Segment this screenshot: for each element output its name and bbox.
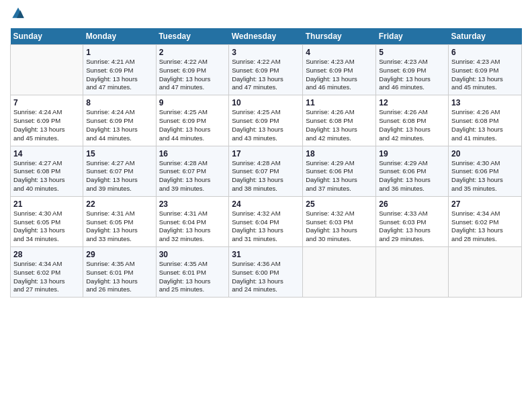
calendar-cell: 12Sunrise: 4:26 AMSunset: 6:08 PMDayligh… [376, 95, 449, 146]
calendar-cell: 18Sunrise: 4:29 AMSunset: 6:06 PMDayligh… [303, 146, 376, 196]
day-info: Sunrise: 4:30 AMSunset: 6:05 PMDaylight:… [13, 210, 80, 244]
day-info: Sunrise: 4:24 AMSunset: 6:09 PMDaylight:… [13, 108, 80, 142]
calendar-cell: 6Sunrise: 4:23 AMSunset: 6:09 PMDaylight… [449, 45, 522, 95]
day-info: Sunrise: 4:25 AMSunset: 6:09 PMDaylight:… [159, 108, 226, 142]
weekday-header-sunday: Sunday [11, 28, 83, 45]
day-number: 24 [232, 199, 300, 209]
day-number: 17 [232, 149, 300, 158]
calendar-cell: 3Sunrise: 4:22 AMSunset: 6:09 PMDaylight… [229, 45, 303, 95]
logo [10, 7, 28, 23]
day-info: Sunrise: 4:35 AMSunset: 6:01 PMDaylight:… [86, 260, 152, 294]
calendar-cell [376, 247, 449, 298]
day-number: 27 [451, 199, 519, 209]
day-info: Sunrise: 4:35 AMSunset: 6:01 PMDaylight:… [159, 260, 226, 294]
day-number: 8 [86, 98, 152, 107]
day-number: 15 [86, 149, 152, 158]
calendar-week-row: 7Sunrise: 4:24 AMSunset: 6:09 PMDaylight… [11, 95, 522, 146]
day-number: 13 [451, 98, 519, 107]
day-number: 19 [379, 149, 445, 158]
calendar-week-row: 1Sunrise: 4:21 AMSunset: 6:09 PMDaylight… [11, 45, 522, 95]
day-number: 12 [379, 98, 445, 107]
weekday-header-thursday: Thursday [303, 28, 376, 45]
calendar-cell: 11Sunrise: 4:26 AMSunset: 6:08 PMDayligh… [303, 95, 376, 146]
day-number: 25 [306, 199, 373, 209]
calendar-cell: 8Sunrise: 4:24 AMSunset: 6:09 PMDaylight… [83, 95, 156, 146]
day-number: 31 [232, 250, 300, 259]
calendar-cell: 21Sunrise: 4:30 AMSunset: 6:05 PMDayligh… [11, 196, 83, 246]
calendar-cell: 23Sunrise: 4:31 AMSunset: 6:04 PMDayligh… [156, 196, 229, 246]
calendar-cell: 24Sunrise: 4:32 AMSunset: 6:04 PMDayligh… [229, 196, 303, 246]
calendar-cell [449, 247, 522, 298]
day-info: Sunrise: 4:28 AMSunset: 6:07 PMDaylight:… [232, 159, 300, 193]
calendar-cell: 16Sunrise: 4:28 AMSunset: 6:07 PMDayligh… [156, 146, 229, 196]
day-info: Sunrise: 4:36 AMSunset: 6:00 PMDaylight:… [232, 260, 300, 294]
calendar-cell: 25Sunrise: 4:32 AMSunset: 6:03 PMDayligh… [303, 196, 376, 246]
day-number: 14 [13, 149, 80, 158]
calendar-cell: 22Sunrise: 4:31 AMSunset: 6:05 PMDayligh… [83, 196, 156, 246]
calendar-table: SundayMondayTuesdayWednesdayThursdayFrid… [10, 28, 522, 298]
day-info: Sunrise: 4:26 AMSunset: 6:08 PMDaylight:… [379, 108, 445, 142]
calendar-cell: 26Sunrise: 4:33 AMSunset: 6:03 PMDayligh… [376, 196, 449, 246]
calendar-cell: 27Sunrise: 4:34 AMSunset: 6:02 PMDayligh… [449, 196, 522, 246]
calendar-cell: 4Sunrise: 4:23 AMSunset: 6:09 PMDaylight… [303, 45, 376, 95]
day-number: 3 [232, 48, 300, 57]
day-info: Sunrise: 4:23 AMSunset: 6:09 PMDaylight:… [451, 58, 519, 92]
day-number: 28 [13, 250, 80, 259]
day-info: Sunrise: 4:32 AMSunset: 6:03 PMDaylight:… [306, 210, 373, 244]
weekday-header-tuesday: Tuesday [156, 28, 229, 45]
day-info: Sunrise: 4:29 AMSunset: 6:06 PMDaylight:… [306, 159, 373, 193]
day-number: 4 [306, 48, 373, 57]
calendar-cell: 13Sunrise: 4:26 AMSunset: 6:08 PMDayligh… [449, 95, 522, 146]
day-number: 5 [379, 48, 445, 57]
day-info: Sunrise: 4:28 AMSunset: 6:07 PMDaylight:… [159, 159, 226, 193]
day-info: Sunrise: 4:26 AMSunset: 6:08 PMDaylight:… [451, 108, 519, 142]
calendar-cell: 5Sunrise: 4:23 AMSunset: 6:09 PMDaylight… [376, 45, 449, 95]
day-info: Sunrise: 4:31 AMSunset: 6:04 PMDaylight:… [159, 210, 226, 244]
calendar-cell: 20Sunrise: 4:30 AMSunset: 6:06 PMDayligh… [449, 146, 522, 196]
day-info: Sunrise: 4:23 AMSunset: 6:09 PMDaylight:… [306, 58, 373, 92]
weekday-header-friday: Friday [376, 28, 449, 45]
weekday-header-saturday: Saturday [449, 28, 522, 45]
calendar-cell: 7Sunrise: 4:24 AMSunset: 6:09 PMDaylight… [11, 95, 83, 146]
day-info: Sunrise: 4:27 AMSunset: 6:07 PMDaylight:… [86, 159, 152, 193]
day-number: 20 [451, 149, 519, 158]
day-number: 18 [306, 149, 373, 158]
calendar-cell: 2Sunrise: 4:22 AMSunset: 6:09 PMDaylight… [156, 45, 229, 95]
day-number: 11 [306, 98, 373, 107]
day-info: Sunrise: 4:26 AMSunset: 6:08 PMDaylight:… [306, 108, 373, 142]
calendar-cell: 17Sunrise: 4:28 AMSunset: 6:07 PMDayligh… [229, 146, 303, 196]
day-number: 21 [13, 199, 80, 209]
day-info: Sunrise: 4:31 AMSunset: 6:05 PMDaylight:… [86, 210, 152, 244]
day-number: 7 [13, 98, 80, 107]
day-number: 23 [159, 199, 226, 209]
calendar-cell: 15Sunrise: 4:27 AMSunset: 6:07 PMDayligh… [83, 146, 156, 196]
day-info: Sunrise: 4:32 AMSunset: 6:04 PMDaylight:… [232, 210, 300, 244]
header [10, 7, 522, 23]
calendar-cell: 14Sunrise: 4:27 AMSunset: 6:08 PMDayligh… [11, 146, 83, 196]
calendar-cell: 19Sunrise: 4:29 AMSunset: 6:06 PMDayligh… [376, 146, 449, 196]
day-number: 10 [232, 98, 300, 107]
weekday-header-wednesday: Wednesday [229, 28, 303, 45]
calendar-cell: 10Sunrise: 4:25 AMSunset: 6:09 PMDayligh… [229, 95, 303, 146]
calendar-week-row: 14Sunrise: 4:27 AMSunset: 6:08 PMDayligh… [11, 146, 522, 196]
page-container: SundayMondayTuesdayWednesdayThursdayFrid… [0, 0, 532, 304]
calendar-cell: 1Sunrise: 4:21 AMSunset: 6:09 PMDaylight… [83, 45, 156, 95]
calendar-week-row: 21Sunrise: 4:30 AMSunset: 6:05 PMDayligh… [11, 196, 522, 246]
calendar-cell: 31Sunrise: 4:36 AMSunset: 6:00 PMDayligh… [229, 247, 303, 298]
weekday-header-monday: Monday [83, 28, 156, 45]
day-info: Sunrise: 4:33 AMSunset: 6:03 PMDaylight:… [379, 210, 445, 244]
day-info: Sunrise: 4:24 AMSunset: 6:09 PMDaylight:… [86, 108, 152, 142]
calendar-cell [11, 45, 83, 95]
day-info: Sunrise: 4:22 AMSunset: 6:09 PMDaylight:… [232, 58, 300, 92]
day-number: 6 [451, 48, 519, 57]
day-number: 16 [159, 149, 226, 158]
day-number: 22 [86, 199, 152, 209]
calendar-cell: 28Sunrise: 4:34 AMSunset: 6:02 PMDayligh… [11, 247, 83, 298]
day-info: Sunrise: 4:25 AMSunset: 6:09 PMDaylight:… [232, 108, 300, 142]
weekday-header-row: SundayMondayTuesdayWednesdayThursdayFrid… [11, 28, 522, 45]
calendar-week-row: 28Sunrise: 4:34 AMSunset: 6:02 PMDayligh… [11, 247, 522, 298]
logo-icon [11, 7, 25, 20]
day-info: Sunrise: 4:29 AMSunset: 6:06 PMDaylight:… [379, 159, 445, 193]
day-info: Sunrise: 4:22 AMSunset: 6:09 PMDaylight:… [159, 58, 226, 92]
calendar-cell: 29Sunrise: 4:35 AMSunset: 6:01 PMDayligh… [83, 247, 156, 298]
